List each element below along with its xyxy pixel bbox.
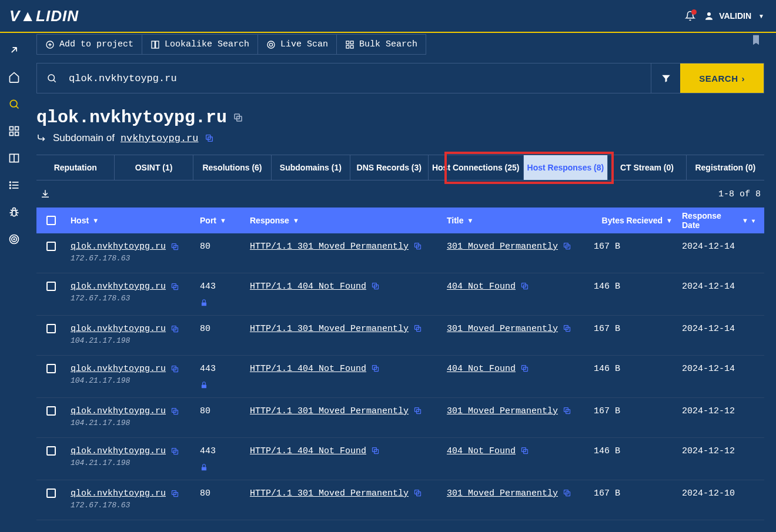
response-link[interactable]: HTTP/1.1 404 Not Found [250, 364, 366, 374]
column-port[interactable]: Port▼ [195, 216, 245, 225]
sidebar-panel[interactable] [8, 152, 21, 165]
host-link[interactable]: qlok.nvkhytoypg.ru [71, 406, 179, 416]
title-link[interactable]: 404 Not Found [447, 282, 516, 292]
add-to-project-button[interactable]: Add to project [37, 35, 142, 54]
title-link[interactable]: 301 Moved Permanently [447, 324, 558, 334]
copy-icon[interactable] [170, 364, 179, 373]
host-link[interactable]: qlok.nvkhytoypg.ru [71, 446, 179, 456]
column-host[interactable]: Host▼ [66, 216, 195, 225]
host-link[interactable]: qlok.nvkhytoypg.ru [71, 364, 179, 374]
column-response[interactable]: Response▼ [245, 216, 442, 225]
copy-icon[interactable] [520, 446, 529, 455]
title-area: qlok.nvkhytoypg.ru Subdomain of nvkhytoy… [36, 108, 764, 144]
copy-icon[interactable] [520, 282, 529, 290]
svg-rect-4 [10, 132, 14, 136]
host-link[interactable]: qlok.nvkhytoypg.ru [71, 488, 179, 498]
search-filter-button[interactable] [651, 63, 680, 93]
bytes-value: 167 B [594, 488, 620, 498]
svg-rect-18 [152, 41, 155, 48]
tab-reputation[interactable]: Reputation [36, 155, 115, 180]
column-bytes[interactable]: Bytes Recieved▼ [589, 216, 677, 225]
parent-domain-link[interactable]: nvkhytoypg.ru [121, 133, 199, 144]
date-value: 2024-12-14 [682, 242, 735, 252]
copy-icon[interactable] [413, 488, 422, 497]
bookmark-button[interactable] [750, 33, 762, 47]
host-link[interactable]: qlok.nvkhytoypg.ru [71, 324, 179, 334]
tab-dns-records[interactable]: DNS Records (3) [350, 155, 429, 180]
title-link[interactable]: 301 Moved Permanently [447, 488, 558, 498]
copy-icon[interactable] [170, 447, 179, 456]
copy-icon[interactable] [413, 324, 422, 333]
port-value: 443 [200, 446, 216, 456]
tab-host-responses[interactable]: Host Responses (8) [524, 155, 608, 180]
search-input[interactable] [69, 73, 641, 84]
tab-resolutions[interactable]: Resolutions (6) [193, 155, 272, 180]
tab-host-connections[interactable]: Host Connections (25) [429, 155, 524, 180]
tab-subdomains[interactable]: Subdomains (1) [272, 155, 350, 180]
notifications-button[interactable] [685, 11, 695, 21]
lock-icon [200, 299, 208, 307]
download-button[interactable] [40, 189, 51, 199]
bulk-search-button[interactable]: Bulk Search [337, 35, 426, 54]
copy-parent-button[interactable] [205, 133, 214, 143]
copy-icon[interactable] [520, 364, 529, 373]
row-checkbox[interactable] [46, 364, 56, 373]
sidebar-target[interactable] [8, 233, 21, 246]
copy-icon[interactable] [563, 242, 571, 250]
row-checkbox[interactable] [46, 242, 56, 251]
sidebar-bug[interactable] [8, 206, 21, 219]
row-checkbox[interactable] [46, 488, 56, 498]
copy-icon[interactable] [170, 489, 179, 498]
response-link[interactable]: HTTP/1.1 301 Moved Permanently [250, 242, 409, 252]
copy-icon[interactable] [170, 324, 179, 333]
response-link[interactable]: HTTP/1.1 301 Moved Permanently [250, 406, 409, 416]
host-link[interactable]: qlok.nvkhytoypg.ru [71, 242, 179, 252]
bytes-value: 146 B [594, 364, 620, 374]
copy-icon[interactable] [371, 282, 380, 290]
response-link[interactable]: HTTP/1.1 301 Moved Permanently [250, 324, 409, 334]
title-link[interactable]: 301 Moved Permanently [447, 406, 558, 416]
title-link[interactable]: 301 Moved Permanently [447, 242, 558, 252]
date-value: 2024-12-14 [682, 364, 735, 374]
copy-icon[interactable] [413, 406, 422, 415]
host-link[interactable]: qlok.nvkhytoypg.ru [71, 282, 179, 292]
copy-icon[interactable] [563, 406, 571, 415]
table-row: qlok.nvkhytoypg.ru 104.21.17.198 80 HTTP… [36, 316, 764, 356]
row-checkbox[interactable] [46, 446, 56, 456]
lookalike-search-button[interactable]: Lookalike Search [142, 35, 258, 54]
column-date[interactable]: Response Date▼▾ [677, 211, 764, 230]
response-link[interactable]: HTTP/1.1 301 Moved Permanently [250, 488, 409, 498]
copy-icon[interactable] [170, 242, 179, 251]
sidebar-grid[interactable] [8, 125, 21, 138]
copy-icon[interactable] [413, 242, 422, 250]
copy-icon[interactable] [563, 324, 571, 333]
search-button[interactable]: SEARCH › [680, 63, 764, 93]
action-toolbar: Add to project Lookalike Search Live Sca… [36, 34, 426, 55]
live-scan-button[interactable]: Live Scan [258, 35, 337, 54]
sidebar-search[interactable] [8, 98, 21, 111]
row-checkbox[interactable] [46, 406, 56, 416]
row-checkbox[interactable] [46, 324, 56, 333]
copy-icon[interactable] [371, 446, 380, 455]
ip-label: 104.21.17.198 [71, 419, 130, 427]
copy-icon[interactable] [170, 282, 179, 291]
copy-icon[interactable] [170, 407, 179, 416]
copy-icon[interactable] [563, 488, 571, 497]
response-link[interactable]: HTTP/1.1 404 Not Found [250, 282, 366, 292]
sidebar-list[interactable] [8, 179, 21, 192]
response-link[interactable]: HTTP/1.1 404 Not Found [250, 446, 366, 456]
user-menu[interactable]: VALIDIN ▼ [704, 11, 764, 21]
tab-ct-stream[interactable]: CT Stream (0) [608, 155, 686, 180]
sidebar-home[interactable] [8, 71, 21, 83]
bytes-value: 146 B [594, 282, 620, 292]
copy-icon[interactable] [371, 364, 380, 373]
column-title[interactable]: Title▼ [442, 216, 589, 225]
row-checkbox[interactable] [46, 282, 56, 291]
tab-osint[interactable]: OSINT (1) [115, 155, 193, 180]
title-link[interactable]: 404 Not Found [447, 364, 516, 374]
tab-registration[interactable]: Registration (0) [687, 155, 764, 180]
select-all-checkbox[interactable] [46, 216, 56, 225]
sidebar-expand[interactable] [8, 44, 21, 56]
title-link[interactable]: 404 Not Found [447, 446, 516, 456]
copy-host-button[interactable] [233, 112, 243, 123]
